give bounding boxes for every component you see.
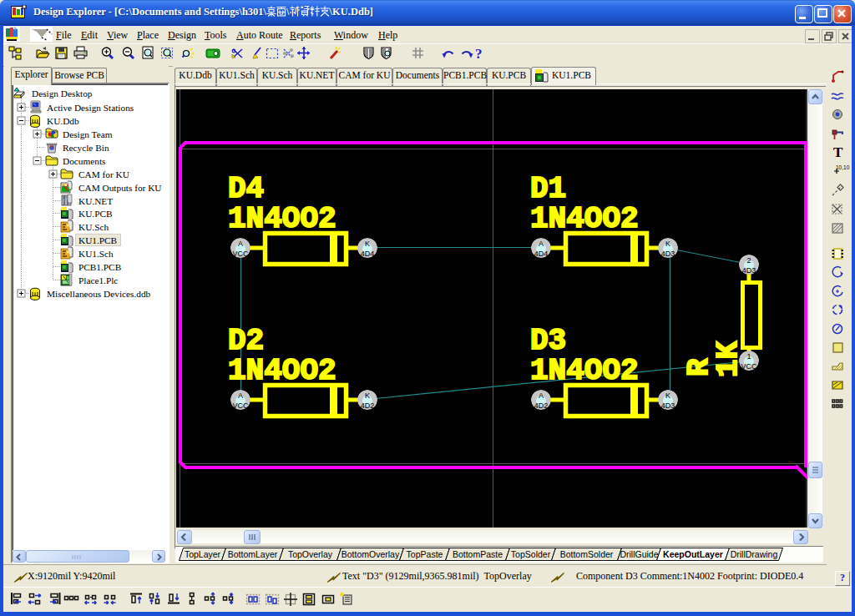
svg-text:T: T bbox=[833, 144, 843, 160]
svg-text:KeepOutLayer: KeepOutLayer bbox=[663, 549, 723, 559]
svg-text:A: A bbox=[238, 391, 243, 400]
svg-text:CAM for KU: CAM for KU bbox=[78, 169, 129, 179]
svg-text:4D2: 4D2 bbox=[534, 401, 549, 410]
svg-text:A: A bbox=[238, 240, 243, 248]
svg-text:K: K bbox=[665, 240, 670, 248]
svg-text:1N4OO2: 1N4OO2 bbox=[530, 202, 639, 236]
svg-text:BottomLayer: BottomLayer bbox=[228, 549, 278, 559]
svg-text:4D3: 4D3 bbox=[661, 250, 675, 258]
svg-text:K: K bbox=[665, 391, 670, 400]
svg-text:1N4OO2: 1N4OO2 bbox=[228, 202, 336, 236]
svg-text:Documents: Documents bbox=[63, 156, 105, 166]
svg-text:BottomPaste: BottomPaste bbox=[453, 549, 503, 559]
svg-text:K: K bbox=[365, 391, 370, 400]
svg-text:1: 1 bbox=[746, 352, 751, 361]
svg-text:Place1.Plc: Place1.Plc bbox=[78, 275, 118, 285]
svg-text:4D3: 4D3 bbox=[742, 266, 756, 275]
svg-text:DrillDrawing: DrillDrawing bbox=[731, 549, 778, 559]
svg-text:4D4: 4D4 bbox=[361, 250, 375, 258]
svg-text:DrillGuide: DrillGuide bbox=[620, 549, 658, 559]
svg-text:Recycle Bin: Recycle Bin bbox=[63, 143, 109, 153]
svg-text:TopPaste: TopPaste bbox=[407, 549, 443, 559]
svg-text:Miscellaneous Devices.ddb: Miscellaneous Devices.ddb bbox=[47, 289, 151, 299]
svg-text:KU.NET: KU.NET bbox=[78, 196, 113, 206]
svg-text:BottomOverlay: BottomOverlay bbox=[341, 549, 400, 559]
svg-text:?: ? bbox=[475, 46, 483, 62]
svg-text:1N4OO2: 1N4OO2 bbox=[228, 354, 336, 388]
svg-text:Design Team: Design Team bbox=[63, 129, 113, 139]
svg-text:TopLayer: TopLayer bbox=[185, 549, 221, 559]
svg-text:A: A bbox=[539, 240, 544, 248]
svg-text:CAM Outputs for KU: CAM Outputs for KU bbox=[78, 183, 161, 193]
svg-text:4D3: 4D3 bbox=[661, 401, 675, 410]
svg-text:D3: D3 bbox=[530, 324, 566, 358]
svg-text:TopOverlay: TopOverlay bbox=[288, 549, 333, 559]
svg-text:4D4: 4D4 bbox=[534, 250, 549, 258]
svg-text:BottomSolder: BottomSolder bbox=[560, 549, 614, 559]
svg-text:1N4OO2: 1N4OO2 bbox=[530, 354, 639, 388]
svg-text:D4: D4 bbox=[228, 172, 264, 206]
svg-text:KU1.PCB: KU1.PCB bbox=[78, 235, 117, 245]
svg-text:Active Design Stations: Active Design Stations bbox=[47, 103, 134, 113]
svg-text:D1: D1 bbox=[530, 172, 566, 206]
svg-text:PCB1.PCB: PCB1.PCB bbox=[78, 262, 121, 272]
svg-text:KU.Ddb: KU.Ddb bbox=[47, 116, 79, 126]
svg-text:K: K bbox=[365, 240, 370, 248]
svg-text:KU.Sch: KU.Sch bbox=[78, 222, 109, 232]
svg-text:A: A bbox=[539, 391, 544, 400]
svg-text:Design Desktop: Design Desktop bbox=[32, 88, 93, 98]
svg-text:KU.PCB: KU.PCB bbox=[78, 209, 113, 219]
svg-text:TopSolder: TopSolder bbox=[511, 549, 551, 559]
svg-text:KU1.Sch: KU1.Sch bbox=[78, 249, 114, 259]
svg-text:D2: D2 bbox=[228, 324, 264, 358]
svg-text:4D2: 4D2 bbox=[361, 401, 375, 410]
svg-text:10,10: 10,10 bbox=[836, 164, 850, 170]
svg-text:2: 2 bbox=[746, 256, 751, 265]
